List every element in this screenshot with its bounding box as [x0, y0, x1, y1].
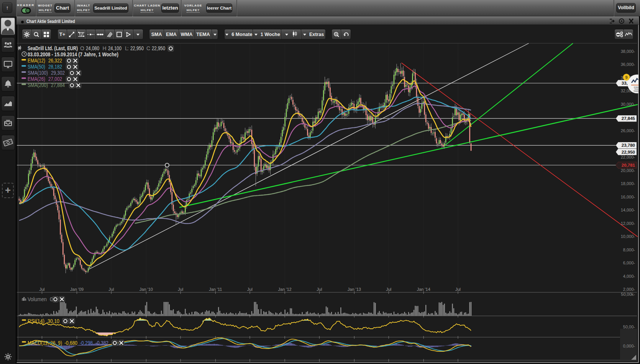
svg-text:H:: H: — [103, 45, 107, 51]
svg-text:50,00k-: 50,00k- — [621, 292, 635, 297]
svg-text:-0,382: -0,382 — [95, 340, 108, 346]
svg-text:10,000-: 10,000- — [621, 234, 635, 239]
svg-text:24,100: 24,100 — [108, 45, 121, 51]
svg-text:26,000-: 26,000- — [621, 128, 635, 133]
svg-text:SeaDrill Ltd. (Last, EUR): SeaDrill Ltd. (Last, EUR) — [28, 45, 78, 51]
svg-text:38,000-: 38,000- — [621, 49, 635, 54]
svg-text:50,00-: 50,00- — [623, 325, 635, 329]
svg-text:30,000-: 30,000- — [621, 102, 635, 107]
svg-text:SMA(50): SMA(50) — [28, 64, 45, 70]
svg-text:14,000-: 14,000- — [621, 208, 635, 212]
svg-text:L:: L: — [125, 45, 129, 51]
svg-text:TRADER: TRADER — [633, 90, 638, 92]
svg-text:-0,680: -0,680 — [64, 340, 77, 346]
svg-text:Jan '13: Jan '13 — [348, 287, 361, 292]
svg-text:Volumen: Volumen — [28, 296, 47, 302]
svg-text:22,000-: 22,000- — [621, 155, 635, 159]
svg-text:EMA(26): EMA(26) — [28, 76, 45, 82]
svg-text:18,000-: 18,000- — [621, 181, 635, 186]
svg-text:23,780: 23,780 — [622, 143, 635, 148]
svg-text:27,845: 27,845 — [622, 116, 635, 121]
svg-text:2,000-: 2,000- — [623, 287, 635, 292]
svg-text:Jul: Jul — [178, 287, 183, 292]
svg-text:36,000-: 36,000- — [621, 62, 635, 67]
svg-text:Jul: Jul — [108, 287, 114, 292]
svg-text:22,950: 22,950 — [130, 45, 144, 51]
svg-text:Jul: Jul — [247, 287, 253, 292]
svg-text:O:: O: — [80, 45, 84, 51]
svg-text:0,000-: 0,000- — [623, 344, 635, 348]
svg-text:Jul: Jul — [455, 287, 461, 292]
svg-text:Jan '09: Jan '09 — [70, 287, 84, 292]
svg-text:4,000-: 4,000- — [623, 274, 635, 279]
svg-text:20,781: 20,781 — [622, 163, 635, 167]
svg-text:27,002: 27,002 — [48, 76, 62, 82]
svg-text:27,884: 27,884 — [51, 82, 65, 88]
svg-text:Jul: Jul — [317, 287, 322, 292]
svg-text:Jan '10: Jan '10 — [139, 287, 153, 292]
svg-text:C:: C: — [146, 45, 150, 51]
svg-text:Jan '12: Jan '12 — [278, 287, 292, 292]
svg-text:Jan '14: Jan '14 — [417, 287, 430, 292]
svg-text:29,302: 29,302 — [51, 70, 65, 76]
svg-text:28,182: 28,182 — [48, 64, 62, 70]
svg-text:EMA(12): EMA(12) — [28, 57, 45, 64]
svg-text:26,322: 26,322 — [48, 57, 62, 64]
svg-text:MACD(12, 26, 9): MACD(12, 26, 9) — [28, 340, 62, 346]
svg-text:SMA(100): SMA(100) — [28, 70, 48, 76]
svg-text:Jul: Jul — [386, 287, 391, 292]
svg-text:8,000-: 8,000- — [623, 248, 635, 252]
svg-text:RSI(14): RSI(14) — [28, 318, 44, 324]
svg-text:9: 9 — [625, 75, 627, 80]
svg-text:03.03.2008 - 15.09.2014 (7 Jah: 03.03.2008 - 15.09.2014 (7 Jahre, 1 Woch… — [28, 51, 118, 57]
svg-text:20,000-: 20,000- — [621, 168, 635, 173]
svg-text:12,000-: 12,000- — [621, 221, 635, 226]
svg-text:Jul: Jul — [39, 287, 44, 292]
svg-text:16,000-: 16,000- — [621, 195, 635, 199]
svg-text:6,000-: 6,000- — [623, 261, 635, 265]
svg-text:30,10: 30,10 — [48, 318, 59, 324]
svg-text:-0,298: -0,298 — [80, 340, 93, 346]
svg-text:22,950: 22,950 — [622, 150, 635, 154]
svg-text:SMA(200): SMA(200) — [28, 82, 48, 88]
svg-text:Jan '11: Jan '11 — [209, 287, 222, 292]
svg-text:22,950: 22,950 — [152, 45, 165, 51]
svg-text:24,080: 24,080 — [86, 45, 99, 51]
